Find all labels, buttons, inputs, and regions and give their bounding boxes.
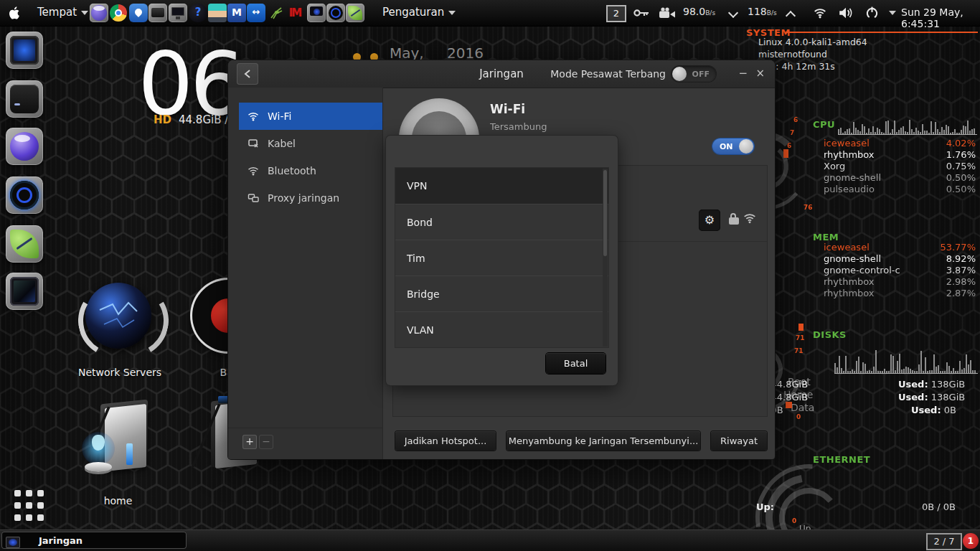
network-settings-window: Jaringan Mode Pesawat Terbang OFF − × Wi…	[228, 60, 775, 459]
wifi-status-text: Tersambung	[490, 121, 547, 132]
screen-recorder-icon[interactable]	[659, 7, 676, 19]
gauge-tick: 0	[796, 413, 801, 420]
disk-used-value: 138GiB	[931, 379, 965, 390]
key-icon[interactable]	[633, 8, 650, 18]
workspace-pager[interactable]: 2 / 7	[926, 533, 962, 550]
metasploit-icon[interactable]: M	[227, 4, 246, 22]
software-center-icon[interactable]	[129, 4, 148, 22]
cpu-process-value: 0.75%	[890, 161, 976, 171]
toggle-knob	[672, 67, 687, 81]
msf-text-icon[interactable]: IM	[286, 4, 304, 22]
airplane-mode-toggle[interactable]: OFF	[672, 66, 716, 82]
dock-player-icon[interactable]	[6, 176, 43, 214]
media-player-icon[interactable]	[326, 4, 345, 22]
chevron-down-icon[interactable]	[889, 11, 896, 15]
connect-hidden-network-button[interactable]: Menyambung ke Jaringan Tersembunyi...	[507, 431, 700, 451]
taskbar-window-label: Jaringan	[39, 535, 83, 546]
mem-process: iceweasel	[824, 242, 870, 253]
mantis-glyph	[267, 4, 286, 22]
wifi-toggle[interactable]: ON	[712, 138, 754, 154]
net-upload-value: 118	[748, 6, 767, 17]
app-grid-button[interactable]	[14, 490, 46, 522]
taskbar-window-button[interactable]: Jaringan	[1, 532, 187, 549]
gauge-marker	[786, 402, 792, 408]
gauge-tick: 7	[790, 129, 794, 136]
avatar-app-icon[interactable]	[208, 4, 227, 22]
settings-menu[interactable]: Pengaturan	[382, 6, 456, 19]
files-icon[interactable]	[149, 4, 167, 22]
network-servers-icon[interactable]	[81, 278, 156, 353]
use-as-hotspot-button[interactable]: Jadikan Hotspot...	[395, 431, 496, 451]
iceweasel-icon[interactable]	[90, 4, 108, 22]
gauge-tick: 0	[792, 517, 796, 524]
airplane-mode-label: Mode Pesawat Terbang	[550, 68, 666, 80]
ethernet-up-value: 0B / 0B	[890, 501, 956, 512]
net-download-speed: 98.0B/s	[683, 6, 715, 17]
connection-type-vpn[interactable]: VPN	[395, 168, 608, 204]
wifi-panel-title: Wi-Fi	[490, 102, 525, 116]
add-connection-button[interactable]: +	[242, 435, 257, 449]
home-folder-icon[interactable]	[80, 399, 156, 479]
places-menu[interactable]: Tempat	[37, 6, 88, 19]
power-icon[interactable]	[865, 6, 879, 19]
sidebar-item-label: Wi-Fi	[268, 110, 291, 122]
desktop-date: May, 2016	[390, 44, 484, 62]
cpu-process-value: 4.02%	[890, 138, 976, 149]
conky-user: misternotfound	[758, 49, 827, 60]
dock-display-icon[interactable]	[6, 273, 43, 310]
mantis-app-icon[interactable]	[267, 4, 286, 22]
dock-drive-icon[interactable]	[6, 80, 43, 118]
connection-type-bridge[interactable]: Bridge	[395, 276, 608, 311]
chevron-down-icon	[81, 11, 88, 15]
cancel-button[interactable]: Batal	[546, 353, 606, 374]
chrome-icon[interactable]	[109, 4, 128, 22]
dock-leafpad-icon[interactable]	[6, 225, 43, 263]
net-download-value: 98.0	[683, 6, 705, 17]
volume-icon[interactable]	[838, 6, 854, 19]
help-icon[interactable]: ?	[189, 4, 207, 22]
control-center-icon[interactable]	[307, 4, 326, 22]
close-button[interactable]: ×	[755, 66, 765, 80]
remove-connection-button[interactable]: −	[259, 435, 273, 449]
minimize-button[interactable]: −	[738, 66, 748, 80]
conky-os: Linux 4.0.0-kali1-amd64	[758, 37, 867, 47]
settings-sidebar: Wi-Fi Kabel Bluetooth Proxy jaringan + −	[228, 88, 383, 459]
player-glyph	[10, 181, 39, 209]
cpu-process-value: 0.50%	[890, 184, 976, 194]
workspace-indicator[interactable]: 2	[606, 5, 626, 22]
sidebar-item-label: Proxy jaringan	[268, 192, 339, 204]
connection-type-vlan[interactable]: VLAN	[395, 311, 608, 347]
conky-ethernet-title: ETHERNET	[813, 454, 870, 465]
ethernet-up-label: Up:	[756, 501, 774, 512]
mem-process-value: 3.87%	[890, 265, 976, 276]
teamviewer-icon[interactable]: ↔	[247, 4, 265, 22]
connection-type-bond[interactable]: Bond	[395, 204, 608, 240]
connection-type-team[interactable]: Tim	[395, 240, 608, 276]
connection-settings-button[interactable]: ⚙	[699, 209, 720, 231]
computer-monitor-glyph	[10, 36, 39, 65]
dock-browser-icon[interactable]	[6, 128, 43, 165]
sidebar-item-wired[interactable]: Kabel	[239, 130, 382, 157]
leaf-glyph	[10, 230, 39, 258]
hd-label: HD	[154, 113, 171, 126]
list-row-divider	[618, 241, 767, 242]
dialog-scrollbar[interactable]	[603, 169, 608, 347]
disk-used-label: Used:	[898, 379, 928, 390]
wifi-status-icon[interactable]	[813, 6, 827, 19]
places-menu-label: Tempat	[37, 6, 77, 19]
mem-process-value: 2.87%	[890, 288, 976, 298]
display-app-icon[interactable]	[169, 4, 187, 22]
panel-clock[interactable]: Sun 29 May, 6:45:31	[901, 6, 980, 29]
dock-computer-icon[interactable]	[6, 32, 43, 69]
sidebar-item-wifi[interactable]: Wi-Fi	[239, 103, 382, 130]
conky-system-rule	[786, 32, 978, 33]
history-button[interactable]: Riwayat	[711, 431, 767, 451]
apple-menu-icon[interactable]	[7, 5, 22, 21]
leafpad-icon[interactable]	[346, 4, 364, 22]
sidebar-item-bluetooth[interactable]: Bluetooth	[239, 157, 382, 184]
download-arrow-icon	[728, 8, 738, 18]
globe-glyph	[10, 132, 39, 161]
disk-used-value: 138GiB	[931, 392, 965, 402]
cpu-process: iceweasel	[824, 138, 870, 149]
sidebar-item-proxy[interactable]: Proxy jaringan	[239, 184, 382, 212]
